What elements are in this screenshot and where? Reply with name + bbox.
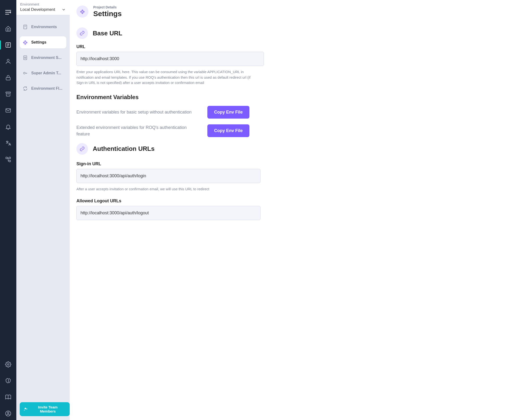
section-base-url-header: Base URL (76, 28, 525, 39)
nav-integrations[interactable] (0, 153, 16, 166)
page-header: Project Details Settings (76, 5, 525, 18)
svg-point-14 (24, 72, 25, 74)
svg-rect-3 (6, 92, 11, 93)
nav-ai[interactable] (0, 374, 16, 387)
nav-account[interactable] (0, 407, 16, 420)
sync-document-icon (23, 55, 28, 60)
main-content: Project Details Settings Base URL URL En… (70, 0, 532, 420)
sidebar-item-label: Environment Fl... (31, 86, 62, 91)
account-circle-icon (5, 410, 11, 417)
url-field-label: URL (76, 44, 525, 49)
section-title: Base URL (93, 30, 122, 37)
signin-url-input[interactable] (76, 169, 260, 183)
sidebar-item-environments[interactable]: Environments (20, 21, 66, 33)
sidebar-item-super-admin[interactable]: Super Admin T... (20, 67, 66, 79)
sidebar-item-label: Environment S... (31, 56, 61, 60)
settings-diamond-icon (80, 9, 85, 14)
invite-team-button[interactable]: Invite Team Members (20, 402, 70, 416)
svg-rect-12 (24, 56, 27, 60)
secondary-sidebar: Environment Local Development Environmen… (16, 0, 70, 420)
svg-point-10 (7, 412, 9, 414)
user-icon (5, 58, 11, 64)
nav-project-details[interactable] (0, 39, 16, 51)
list-icon (5, 42, 11, 48)
nav-home[interactable] (0, 22, 16, 35)
nav-auth[interactable] (0, 71, 16, 84)
primary-nav-rail (0, 0, 16, 420)
link-icon (80, 30, 85, 36)
svg-point-8 (7, 364, 9, 365)
section-env-vars-title: Environment Variables (76, 94, 525, 101)
svg-rect-2 (6, 77, 10, 80)
menu-collapse-icon (4, 8, 12, 16)
base-url-helper: Enter your applications URL here. This v… (76, 69, 259, 86)
refresh-icon (23, 86, 28, 91)
svg-point-1 (7, 59, 9, 61)
settings-diamond-icon (23, 40, 28, 45)
svg-rect-7 (9, 157, 11, 159)
base-url-input[interactable] (76, 52, 264, 66)
link-icon (80, 146, 85, 151)
page-header-icon (76, 5, 88, 17)
document-icon (23, 24, 28, 30)
sidebar-item-env-flags[interactable]: Environment Fl... (20, 83, 66, 94)
home-icon (5, 26, 11, 32)
sidebar-item-env-sync[interactable]: Environment S... (20, 52, 66, 64)
environment-picker[interactable]: Environment Local Development (16, 0, 70, 15)
invite-team-label: Invite Team Members (30, 405, 66, 413)
copy-env-basic-button[interactable]: Copy Env File (207, 106, 249, 119)
menu-toggle-button[interactable] (0, 6, 16, 19)
section-icon (76, 143, 88, 155)
sidebar-item-settings[interactable]: Settings (20, 36, 66, 48)
signin-url-helper: After a user accepts invitation or confi… (76, 186, 259, 192)
integrations-icon (5, 156, 11, 163)
sidebar-item-label: Settings (31, 40, 46, 45)
sidebar-item-label: Environments (31, 25, 57, 29)
logout-urls-input[interactable] (76, 206, 260, 220)
signin-url-label: Sign-in URL (76, 161, 525, 166)
section-icon (76, 28, 88, 39)
bell-icon (5, 124, 11, 130)
svg-rect-5 (6, 157, 7, 159)
breadcrumb: Project Details (93, 5, 122, 9)
nav-notifications[interactable] (0, 120, 16, 133)
logout-urls-label: Allowed Logout URLs (76, 198, 525, 204)
env-row-basic: Environment variables for basic setup wi… (76, 106, 249, 119)
environment-picker-label: Environment (20, 2, 66, 6)
env-row-desc: Extended environment variables for ROQ's… (76, 124, 196, 137)
nav-users[interactable] (0, 55, 16, 68)
env-row-desc: Environment variables for basic setup wi… (76, 109, 192, 116)
archive-icon (5, 91, 11, 97)
chevron-down-icon (61, 7, 66, 12)
ai-brain-icon (5, 378, 11, 384)
nav-settings[interactable] (0, 358, 16, 371)
nav-mail[interactable] (0, 104, 16, 117)
page-title: Settings (93, 10, 122, 18)
book-icon (5, 394, 11, 400)
nav-translation[interactable] (0, 137, 16, 150)
svg-rect-6 (9, 160, 11, 162)
gear-icon (5, 361, 11, 368)
translate-icon (5, 140, 11, 146)
copy-env-extended-button[interactable]: Copy Env File (207, 124, 249, 137)
mail-icon (5, 107, 11, 114)
key-icon (23, 71, 28, 76)
env-row-extended: Extended environment variables for ROQ's… (76, 124, 249, 137)
sidebar-items: Environments Settings Environment S... S… (16, 15, 70, 104)
environment-picker-value: Local Development (20, 7, 55, 12)
svg-point-13 (25, 57, 26, 59)
nav-storage[interactable] (0, 88, 16, 101)
user-plus-icon (24, 407, 28, 411)
section-auth-urls-header: Authentication URLs (76, 143, 525, 155)
section-title: Authentication URLs (93, 145, 154, 152)
svg-point-15 (25, 408, 26, 409)
nav-docs[interactable] (0, 391, 16, 404)
lock-icon (5, 75, 11, 81)
sidebar-item-label: Super Admin T... (31, 71, 61, 75)
